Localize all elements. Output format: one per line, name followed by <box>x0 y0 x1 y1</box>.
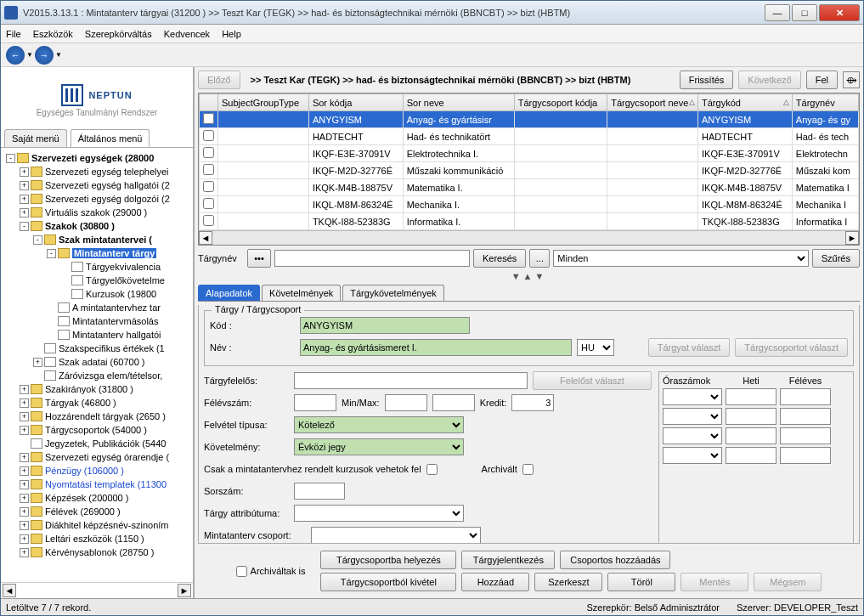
tab-basicdata[interactable]: Alapadatok <box>198 285 260 301</box>
table-row[interactable]: HADTECHTHad- és technikatörtHADTECHTHad-… <box>200 128 859 145</box>
tree-item[interactable]: +Hozzárendelt tárgyak (2650 ) <box>3 410 191 423</box>
row-checkbox[interactable] <box>203 181 214 192</box>
attr-select[interactable] <box>294 505 464 522</box>
menu-rolechange[interactable]: Szerepkörváltás <box>85 29 152 39</box>
tree-item[interactable]: +Szervezeti egység telephelyei <box>3 165 191 178</box>
tree-expand-icon[interactable]: + <box>20 480 29 489</box>
archived-checkbox[interactable] <box>522 464 534 475</box>
tree-item[interactable]: +Kérvénysablonok (28750 ) <box>3 545 191 559</box>
row-checkbox[interactable] <box>203 164 214 175</box>
column-header[interactable]: Tárgynév <box>792 94 858 111</box>
tree-item[interactable]: +Szakirányok (31800 ) <box>3 382 191 396</box>
back-dropdown-icon[interactable]: ▼ <box>26 51 33 59</box>
menu-favorites[interactable]: Kedvencek <box>164 29 210 39</box>
requirement-select[interactable]: Évközi jegy <box>294 438 464 455</box>
tree-item[interactable]: +Szervezeti egység dolgozói (2 <box>3 192 191 206</box>
tree[interactable]: -Szervezeti egységek (28000+Szervezeti e… <box>1 148 193 582</box>
scroll-left-icon[interactable]: ◄ <box>199 231 212 245</box>
semester-input[interactable] <box>294 394 336 411</box>
grid-hscroll[interactable]: ◄ ► <box>199 230 859 245</box>
tree-expand-icon[interactable]: - <box>20 222 29 231</box>
hours-w-1[interactable] <box>726 388 776 405</box>
titlebar[interactable]: V2015.3.13.1 : Mintatanterv tárgyai (312… <box>1 1 863 25</box>
tree-expand-icon[interactable]: + <box>20 453 29 462</box>
tree-item[interactable]: A mintatantervhez tar <box>3 301 191 314</box>
tab-subject-requirements[interactable]: Tárgykövetelmények <box>342 285 444 301</box>
tree-expand-icon[interactable]: - <box>6 154 15 163</box>
tree-expand-icon[interactable]: + <box>20 507 29 517</box>
search-button[interactable]: Keresés <box>473 249 526 268</box>
scroll-left-icon[interactable]: ◄ <box>3 584 16 597</box>
archived-too-checkbox[interactable] <box>236 566 247 577</box>
tree-item[interactable]: Szakspecifikus értékek (1 <box>3 342 191 355</box>
tree-expand-icon[interactable]: + <box>20 426 29 435</box>
tree-item[interactable]: +Szervezeti egység hallgatói (2 <box>3 178 191 192</box>
tree-item[interactable]: Tárgyekvivalencia <box>3 260 191 274</box>
subject-reg-button[interactable]: Tárgyjelentkezés <box>461 551 555 569</box>
hours-type-2[interactable] <box>663 408 722 425</box>
row-checkbox[interactable] <box>203 130 214 141</box>
only-assigned-checkbox[interactable] <box>426 464 438 475</box>
tree-expand-icon[interactable]: + <box>33 358 42 367</box>
scroll-right-icon[interactable]: ► <box>178 584 191 597</box>
minimize-button[interactable]: ― <box>765 4 790 21</box>
maximize-button[interactable]: □ <box>792 4 817 21</box>
choose-subject-button[interactable]: Tárgyat választ <box>648 338 731 357</box>
tree-item[interactable]: -Mintatanterv tárgy <box>3 246 191 260</box>
tree-expand-icon[interactable]: - <box>47 249 56 258</box>
tree-hscroll[interactable]: ◄ ► <box>1 582 193 598</box>
min-input[interactable] <box>385 394 427 411</box>
tree-expand-icon[interactable]: + <box>20 521 29 530</box>
tree-item[interactable]: +Nyomtatási templatek (11300 <box>3 478 191 491</box>
tree-item[interactable]: +Képzések (200000 ) <box>3 491 191 505</box>
remove-group-button[interactable]: Tárgycsoportból kivétel <box>320 573 456 591</box>
hours-w-3[interactable] <box>726 427 776 444</box>
tree-item[interactable]: Tárgyelőkövetelme <box>3 274 191 287</box>
close-button[interactable]: ✕ <box>819 4 860 21</box>
table-row[interactable]: IKQF-E3E-37091VElektrotechnika I.IKQF-E3… <box>200 145 859 162</box>
column-header[interactable]: Sor kódja <box>308 94 403 111</box>
row-checkbox[interactable] <box>203 198 214 209</box>
tab-general-menu[interactable]: Általános menü <box>71 129 150 147</box>
add-button[interactable]: Hozzáad <box>461 573 529 591</box>
pin-icon[interactable]: ⟴ <box>843 71 860 88</box>
hours-type-1[interactable] <box>663 388 722 405</box>
search-input[interactable] <box>274 250 470 267</box>
table-row[interactable]: TKQK-I88-52383GInformatika I.TKQK-I88-52… <box>200 213 859 230</box>
row-checkbox[interactable] <box>203 113 214 124</box>
hours-s-1[interactable] <box>780 388 831 405</box>
hours-w-2[interactable] <box>726 408 776 425</box>
forward-button[interactable]: → <box>35 46 54 65</box>
column-header[interactable]: Tárgykód△ <box>698 94 793 111</box>
forward-dropdown-icon[interactable]: ▼ <box>55 51 62 59</box>
tree-item[interactable]: Záróvizsga elem/tételsor, <box>3 369 191 382</box>
hours-type-4[interactable] <box>663 447 722 464</box>
tree-item[interactable]: +Félévek (269000 ) <box>3 505 191 518</box>
table-row[interactable]: IKQK-M4B-18875VMatematika I.IKQK-M4B-188… <box>200 179 859 196</box>
tree-expand-icon[interactable]: + <box>20 195 29 204</box>
table-row[interactable]: IKQF-M2D-32776ÉMűszaki kommunikációIKQF-… <box>200 162 859 179</box>
delete-button[interactable]: Töröl <box>607 573 675 591</box>
tree-expand-icon[interactable]: + <box>20 385 29 394</box>
choose-group-button[interactable]: Tárgycsoportot választ <box>735 338 848 357</box>
tree-expand-icon[interactable]: + <box>20 167 29 177</box>
tree-item[interactable]: +Tárgycsoportok (54000 ) <box>3 423 191 437</box>
max-input[interactable] <box>432 394 475 411</box>
menu-tools[interactable]: Eszközök <box>33 29 73 39</box>
row-checkbox[interactable] <box>203 147 214 158</box>
tree-expand-icon[interactable]: + <box>20 548 29 557</box>
table-row[interactable]: ANYGYISMAnyag- és gyártásisrANYGYISMAnya… <box>200 111 859 128</box>
tree-expand-icon[interactable]: - <box>33 235 42 245</box>
tree-item[interactable]: -Szervezeti egységek (28000 <box>3 151 191 165</box>
tree-item[interactable]: +Diákhitel képzésnév-szinoním <box>3 518 191 532</box>
tree-item[interactable]: +Szervezeti egység órarendje ( <box>3 450 191 464</box>
tree-item[interactable]: -Szak mintatantervei ( <box>3 233 191 246</box>
column-header[interactable] <box>200 94 218 111</box>
row-checkbox[interactable] <box>203 215 214 226</box>
tree-item[interactable]: +Pénzügy (106000 ) <box>3 464 191 478</box>
lang-select[interactable]: HU <box>577 339 614 356</box>
column-header[interactable]: SubjectGroupType <box>218 94 309 111</box>
tree-expand-icon[interactable]: + <box>20 534 29 544</box>
hours-w-4[interactable] <box>726 447 776 464</box>
mtgroup-select[interactable] <box>311 527 481 544</box>
